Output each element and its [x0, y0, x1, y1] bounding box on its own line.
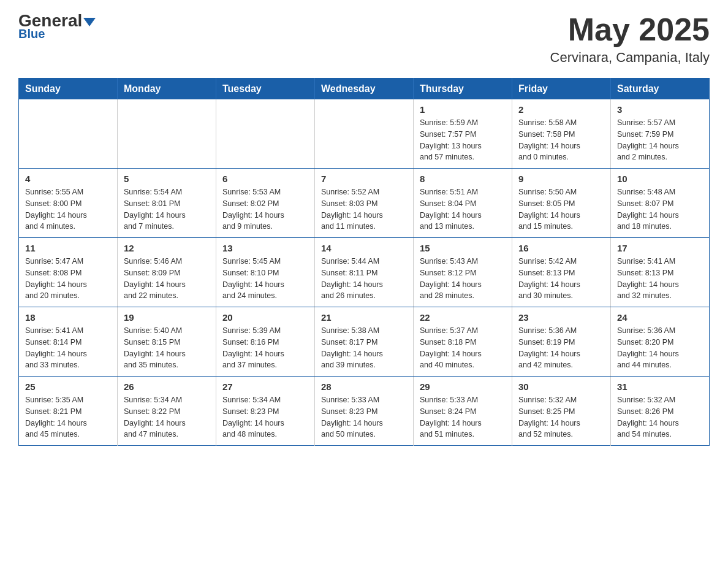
day-number: 12: [124, 243, 210, 253]
day-info: Sunrise: 5:32 AM Sunset: 8:25 PM Dayligh…: [518, 394, 604, 440]
day-number: 19: [124, 312, 210, 323]
day-info: Sunrise: 5:38 AM Sunset: 8:17 PM Dayligh…: [321, 325, 407, 371]
day-number: 6: [222, 174, 308, 184]
calendar-cell: [118, 99, 216, 169]
calendar-cell: 19Sunrise: 5:40 AM Sunset: 8:15 PM Dayli…: [118, 307, 216, 377]
calendar-cell: 10Sunrise: 5:48 AM Sunset: 8:07 PM Dayli…: [611, 169, 710, 238]
calendar-cell: 5Sunrise: 5:54 AM Sunset: 8:01 PM Daylig…: [118, 169, 216, 238]
day-info: Sunrise: 5:37 AM Sunset: 8:18 PM Dayligh…: [420, 325, 506, 371]
day-info: Sunrise: 5:45 AM Sunset: 8:10 PM Dayligh…: [222, 256, 308, 302]
day-number: 11: [25, 243, 111, 253]
calendar-cell: 27Sunrise: 5:34 AM Sunset: 8:23 PM Dayli…: [216, 377, 315, 446]
day-info: Sunrise: 5:52 AM Sunset: 8:03 PM Dayligh…: [321, 186, 407, 232]
weekday-header-friday: Friday: [512, 79, 611, 100]
day-number: 31: [617, 381, 703, 392]
day-number: 4: [25, 174, 111, 184]
day-info: Sunrise: 5:59 AM Sunset: 7:57 PM Dayligh…: [420, 117, 506, 163]
day-info: Sunrise: 5:42 AM Sunset: 8:13 PM Dayligh…: [518, 256, 604, 302]
calendar-cell: [216, 99, 315, 169]
day-number: 15: [420, 243, 506, 253]
day-info: Sunrise: 5:36 AM Sunset: 8:20 PM Dayligh…: [617, 325, 703, 371]
day-info: Sunrise: 5:54 AM Sunset: 8:01 PM Dayligh…: [124, 186, 210, 232]
calendar-cell: 15Sunrise: 5:43 AM Sunset: 8:12 PM Dayli…: [414, 238, 512, 307]
day-number: 25: [25, 381, 111, 392]
day-info: Sunrise: 5:41 AM Sunset: 8:14 PM Dayligh…: [25, 325, 111, 371]
calendar-cell: 29Sunrise: 5:33 AM Sunset: 8:24 PM Dayli…: [414, 377, 512, 446]
day-info: Sunrise: 5:36 AM Sunset: 8:19 PM Dayligh…: [518, 325, 604, 371]
day-number: 1: [420, 104, 506, 115]
day-info: Sunrise: 5:35 AM Sunset: 8:21 PM Dayligh…: [25, 394, 111, 440]
calendar-cell: 3Sunrise: 5:57 AM Sunset: 7:59 PM Daylig…: [611, 99, 710, 169]
day-number: 7: [321, 174, 407, 184]
day-info: Sunrise: 5:50 AM Sunset: 8:05 PM Dayligh…: [518, 186, 604, 232]
day-info: Sunrise: 5:34 AM Sunset: 8:23 PM Dayligh…: [222, 394, 308, 440]
weekday-header-monday: Monday: [118, 79, 216, 100]
day-number: 10: [617, 174, 703, 184]
day-info: Sunrise: 5:39 AM Sunset: 8:16 PM Dayligh…: [222, 325, 308, 371]
calendar-cell: [19, 99, 118, 169]
day-number: 30: [518, 381, 604, 392]
day-info: Sunrise: 5:51 AM Sunset: 8:04 PM Dayligh…: [420, 186, 506, 232]
day-info: Sunrise: 5:48 AM Sunset: 8:07 PM Dayligh…: [617, 186, 703, 232]
day-number: 22: [420, 312, 506, 323]
calendar-cell: 12Sunrise: 5:46 AM Sunset: 8:09 PM Dayli…: [118, 238, 216, 307]
calendar-cell: 1Sunrise: 5:59 AM Sunset: 7:57 PM Daylig…: [414, 99, 512, 169]
day-number: 20: [222, 312, 308, 323]
weekday-header-tuesday: Tuesday: [216, 79, 315, 100]
weekday-header-thursday: Thursday: [414, 79, 512, 100]
logo: General Blue: [18, 12, 96, 41]
calendar-cell: 7Sunrise: 5:52 AM Sunset: 8:03 PM Daylig…: [315, 169, 414, 238]
month-title: May 2025: [550, 12, 710, 47]
day-number: 28: [321, 381, 407, 392]
day-info: Sunrise: 5:32 AM Sunset: 8:26 PM Dayligh…: [617, 394, 703, 440]
day-info: Sunrise: 5:41 AM Sunset: 8:13 PM Dayligh…: [617, 256, 703, 302]
day-info: Sunrise: 5:43 AM Sunset: 8:12 PM Dayligh…: [420, 256, 506, 302]
day-info: Sunrise: 5:57 AM Sunset: 7:59 PM Dayligh…: [617, 117, 703, 163]
calendar-cell: 4Sunrise: 5:55 AM Sunset: 8:00 PM Daylig…: [19, 169, 118, 238]
title-area: May 2025 Cervinara, Campania, Italy: [550, 12, 710, 66]
day-info: Sunrise: 5:40 AM Sunset: 8:15 PM Dayligh…: [124, 325, 210, 371]
page-header: General Blue May 2025 Cervinara, Campani…: [18, 12, 710, 66]
day-number: 14: [321, 243, 407, 253]
day-info: Sunrise: 5:55 AM Sunset: 8:00 PM Dayligh…: [25, 186, 111, 232]
calendar-cell: 9Sunrise: 5:50 AM Sunset: 8:05 PM Daylig…: [512, 169, 611, 238]
calendar-cell: 14Sunrise: 5:44 AM Sunset: 8:11 PM Dayli…: [315, 238, 414, 307]
day-number: 27: [222, 381, 308, 392]
calendar-cell: 24Sunrise: 5:36 AM Sunset: 8:20 PM Dayli…: [611, 307, 710, 377]
day-number: 2: [518, 104, 604, 115]
day-info: Sunrise: 5:53 AM Sunset: 8:02 PM Dayligh…: [222, 186, 308, 232]
calendar-header-row: SundayMondayTuesdayWednesdayThursdayFrid…: [19, 79, 710, 100]
calendar-cell: 18Sunrise: 5:41 AM Sunset: 8:14 PM Dayli…: [19, 307, 118, 377]
calendar-cell: 30Sunrise: 5:32 AM Sunset: 8:25 PM Dayli…: [512, 377, 611, 446]
day-info: Sunrise: 5:46 AM Sunset: 8:09 PM Dayligh…: [124, 256, 210, 302]
weekday-header-saturday: Saturday: [611, 79, 710, 100]
calendar-cell: [315, 99, 414, 169]
day-number: 23: [518, 312, 604, 323]
calendar-week-row: 18Sunrise: 5:41 AM Sunset: 8:14 PM Dayli…: [19, 307, 710, 377]
calendar-cell: 20Sunrise: 5:39 AM Sunset: 8:16 PM Dayli…: [216, 307, 315, 377]
location-title: Cervinara, Campania, Italy: [550, 50, 710, 66]
day-number: 5: [124, 174, 210, 184]
calendar-cell: 8Sunrise: 5:51 AM Sunset: 8:04 PM Daylig…: [414, 169, 512, 238]
day-number: 9: [518, 174, 604, 184]
calendar-table: SundayMondayTuesdayWednesdayThursdayFrid…: [18, 78, 710, 446]
day-info: Sunrise: 5:34 AM Sunset: 8:22 PM Dayligh…: [124, 394, 210, 440]
day-info: Sunrise: 5:33 AM Sunset: 8:24 PM Dayligh…: [420, 394, 506, 440]
day-info: Sunrise: 5:33 AM Sunset: 8:23 PM Dayligh…: [321, 394, 407, 440]
calendar-cell: 31Sunrise: 5:32 AM Sunset: 8:26 PM Dayli…: [611, 377, 710, 446]
calendar-week-row: 25Sunrise: 5:35 AM Sunset: 8:21 PM Dayli…: [19, 377, 710, 446]
day-number: 3: [617, 104, 703, 115]
day-number: 17: [617, 243, 703, 253]
calendar-cell: 11Sunrise: 5:47 AM Sunset: 8:08 PM Dayli…: [19, 238, 118, 307]
day-info: Sunrise: 5:58 AM Sunset: 7:58 PM Dayligh…: [518, 117, 604, 163]
day-number: 8: [420, 174, 506, 184]
weekday-header-sunday: Sunday: [19, 79, 118, 100]
weekday-header-wednesday: Wednesday: [315, 79, 414, 100]
day-info: Sunrise: 5:44 AM Sunset: 8:11 PM Dayligh…: [321, 256, 407, 302]
day-number: 24: [617, 312, 703, 323]
logo-arrow-icon: [83, 18, 96, 26]
calendar-cell: 2Sunrise: 5:58 AM Sunset: 7:58 PM Daylig…: [512, 99, 611, 169]
calendar-cell: 17Sunrise: 5:41 AM Sunset: 8:13 PM Dayli…: [611, 238, 710, 307]
calendar-cell: 25Sunrise: 5:35 AM Sunset: 8:21 PM Dayli…: [19, 377, 118, 446]
day-number: 26: [124, 381, 210, 392]
